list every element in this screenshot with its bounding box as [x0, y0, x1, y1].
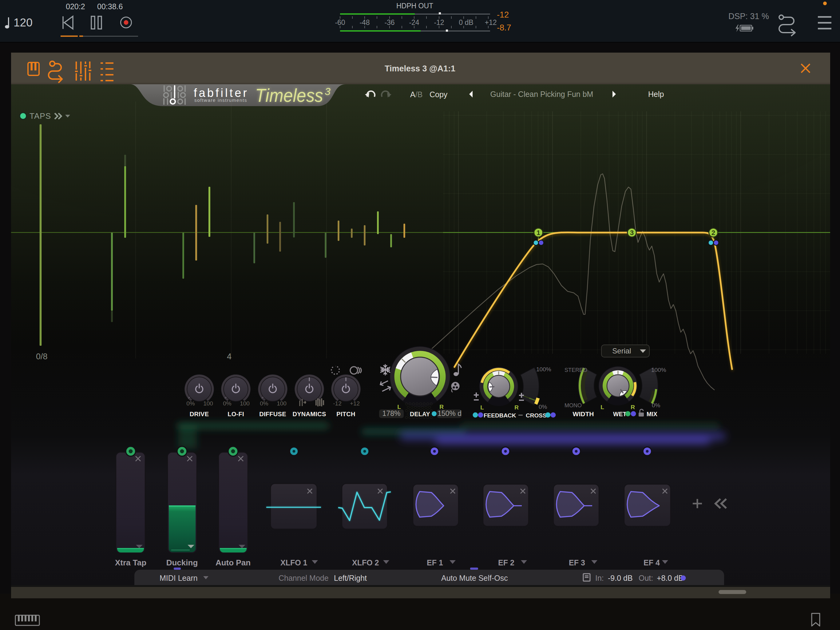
svg-text:CROSS: CROSS	[526, 412, 547, 419]
svg-text:R: R	[515, 404, 519, 411]
svg-text:Copy: Copy	[429, 90, 448, 99]
svg-text:-60: -60	[335, 19, 345, 27]
svg-text:R: R	[439, 404, 444, 410]
svg-text:Serial: Serial	[612, 347, 631, 355]
svg-text:+8.0 dB: +8.0 dB	[657, 574, 684, 583]
svg-text:-24: -24	[409, 19, 419, 27]
svg-text:3: 3	[630, 229, 634, 237]
svg-text:00:38.6: 00:38.6	[97, 2, 123, 11]
svg-text:WIDTH: WIDTH	[573, 410, 594, 418]
svg-text:+12: +12	[350, 400, 360, 407]
svg-text:Timeless 3 @A1:1: Timeless 3 @A1:1	[385, 64, 455, 73]
svg-text:0 dB: 0 dB	[459, 19, 473, 27]
svg-text:Auto Pan: Auto Pan	[216, 558, 251, 567]
svg-text:Timeless: Timeless	[255, 85, 323, 106]
svg-text:+12: +12	[485, 19, 497, 27]
svg-text:020:2: 020:2	[66, 2, 85, 11]
svg-text:0%: 0%	[223, 400, 232, 407]
svg-text:100%: 100%	[536, 366, 551, 372]
svg-text:0%: 0%	[260, 400, 268, 407]
svg-text:4: 4	[227, 352, 232, 361]
svg-text:-12: -12	[497, 10, 509, 19]
svg-text:0%: 0%	[652, 402, 660, 408]
svg-text:100%: 100%	[651, 367, 666, 373]
svg-text:Guitar - Clean Picking Fun bM: Guitar - Clean Picking Fun bM	[490, 90, 594, 98]
svg-text:3: 3	[325, 85, 330, 97]
svg-text:In:: In:	[595, 574, 604, 583]
svg-text:-12: -12	[434, 19, 444, 27]
svg-text:1: 1	[537, 229, 540, 237]
svg-text:FEEDBACK: FEEDBACK	[484, 412, 516, 419]
svg-text:-12: -12	[333, 400, 341, 407]
svg-text:TAPS: TAPS	[30, 111, 51, 120]
svg-text:MIDI Learn: MIDI Learn	[159, 574, 198, 583]
svg-text:DSP: 31 %: DSP: 31 %	[728, 12, 769, 21]
svg-text:0/8: 0/8	[36, 352, 47, 361]
svg-text:L: L	[600, 404, 604, 410]
svg-text:Ducking: Ducking	[166, 558, 198, 567]
svg-text:PITCH: PITCH	[336, 411, 355, 418]
svg-text:-9.0 dB: -9.0 dB	[608, 574, 633, 583]
svg-text:software instruments: software instruments	[194, 98, 247, 103]
svg-text:Help: Help	[648, 90, 664, 98]
svg-text:HDPH OUT: HDPH OUT	[396, 2, 433, 10]
svg-text:-48: -48	[359, 19, 369, 27]
svg-text:XLFO 2: XLFO 2	[352, 558, 379, 567]
svg-text:Auto Mute Self-Osc: Auto Mute Self-Osc	[441, 574, 508, 583]
svg-text:178%: 178%	[382, 410, 401, 418]
svg-text:WET: WET	[613, 411, 626, 418]
svg-text:EF 4: EF 4	[644, 558, 660, 567]
svg-text:-36: -36	[384, 19, 395, 27]
svg-text:Channel Mode: Channel Mode	[279, 574, 329, 583]
svg-text:L: L	[480, 404, 484, 411]
svg-text:100: 100	[277, 400, 287, 407]
svg-text:120: 120	[14, 16, 33, 29]
svg-text:EF 2: EF 2	[498, 558, 515, 567]
svg-text:LO-FI: LO-FI	[227, 411, 244, 418]
svg-text:-8.7: -8.7	[497, 23, 511, 32]
svg-text:XLFO 1: XLFO 1	[280, 558, 308, 567]
svg-text:DRIVE: DRIVE	[190, 411, 209, 418]
svg-text:Out:: Out:	[639, 574, 653, 583]
svg-text:DIFFUSE: DIFFUSE	[259, 411, 286, 418]
svg-text:EF 1: EF 1	[427, 558, 443, 567]
svg-text:DYNAMICS: DYNAMICS	[292, 411, 326, 418]
svg-text:Xtra Tap: Xtra Tap	[115, 558, 146, 567]
svg-text:R: R	[631, 404, 635, 410]
svg-text:MIX: MIX	[647, 411, 657, 418]
svg-text:A/B: A/B	[410, 90, 422, 99]
svg-text:0%: 0%	[539, 404, 547, 410]
svg-text:2: 2	[712, 229, 715, 237]
svg-text:100: 100	[240, 400, 249, 407]
svg-text:EF 3: EF 3	[569, 558, 585, 567]
svg-text:150% d: 150% d	[437, 410, 461, 418]
svg-text:0%: 0%	[186, 400, 195, 407]
svg-text:STEREO: STEREO	[565, 367, 587, 373]
svg-text:Left/Right: Left/Right	[334, 574, 367, 583]
svg-text:L: L	[397, 404, 401, 410]
svg-text:100: 100	[203, 400, 213, 407]
svg-text:MONO: MONO	[565, 402, 582, 408]
